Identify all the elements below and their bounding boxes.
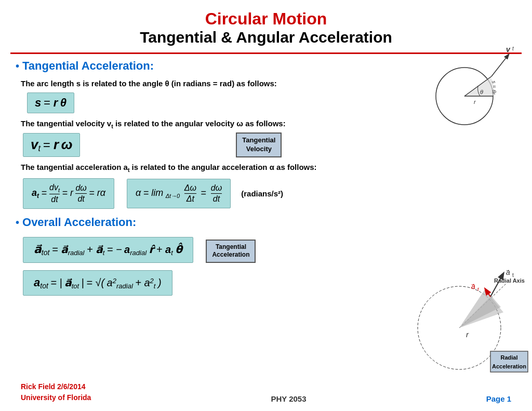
- tangential-velocity-label-line1: Tangential: [242, 136, 275, 145]
- title-circular-motion: Circular Motion: [0, 9, 532, 29]
- accel-formula-row: at = dvt dt = r dω dt = rα α = lim Δt→0: [21, 177, 516, 210]
- footer-course: PHY 2053: [271, 394, 306, 403]
- formula-alpha: α = lim Δt→0 Δω Δt = dω dt: [127, 179, 231, 208]
- units-radians: (radians/s²): [241, 188, 283, 200]
- tangential-accel-text: The tangential acceleration at is relate…: [21, 163, 317, 171]
- footer-university: University of Florida: [21, 392, 91, 403]
- svg-text:Radial Axis: Radial Axis: [494, 277, 525, 284]
- formula-vt-romega: vt = r ω: [23, 133, 80, 157]
- bullet1: •: [16, 60, 19, 72]
- tangential-accel-label-box: Tangential Acceleration: [206, 240, 256, 263]
- tangential-accel-title: Tangential Acceleration:: [22, 59, 154, 73]
- tangential-accel-text-section: The tangential acceleration at is relate…: [21, 162, 516, 175]
- arc-length-text: The arc length s is related to the angle…: [21, 79, 277, 88]
- diagram-circle-vt: s = θr θ r v t: [428, 44, 522, 127]
- svg-text:v: v: [506, 45, 511, 54]
- formula-s-rtheta: s = r θ: [27, 92, 74, 113]
- tangential-velocity-label-line2: Velocity: [242, 145, 275, 154]
- footer-left: Rick Field 2/6/2014 University of Florid…: [21, 381, 91, 403]
- tangential-accel-label-line1: Tangential: [212, 243, 249, 251]
- svg-text:→: →: [470, 281, 475, 287]
- formula-vt-row: vt = r ω Tangential Velocity: [21, 131, 516, 158]
- svg-text:r: r: [474, 99, 476, 105]
- svg-text:→: →: [505, 267, 510, 273]
- svg-text:r: r: [466, 330, 469, 339]
- svg-line-12: [490, 273, 503, 297]
- tangential-velocity-label-box: Tangential Velocity: [236, 132, 282, 157]
- bullet2: •: [16, 217, 19, 229]
- page: { "header": { "title_top": "Circular Mot…: [0, 0, 532, 411]
- section2-header: • Overall Acceleration:: [16, 216, 516, 232]
- footer: Rick Field 2/6/2014 University of Florid…: [0, 381, 532, 403]
- formula-overall1: a⃗tot = a⃗radial + a⃗t = − aradial r̂ + …: [23, 237, 193, 262]
- svg-text:Acceleration: Acceleration: [492, 363, 526, 369]
- svg-text:Radial: Radial: [500, 354, 517, 361]
- title-tangential-angular: Tangential & Angular Acceleration: [0, 29, 532, 46]
- svg-text:θ: θ: [480, 89, 483, 95]
- svg-text:t: t: [512, 46, 514, 51]
- overall-accel-title: Overall Acceleration:: [22, 216, 136, 229]
- formula-at: at = dvt dt = r dω dt = rα: [23, 178, 114, 209]
- footer-author: Rick Field 2/6/2014: [21, 381, 91, 392]
- footer-page: Page 1: [486, 394, 511, 403]
- header: Circular Motion Tangential & Angular Acc…: [0, 0, 532, 50]
- formula-overall2: atot = | a⃗tot | = √( a2radial + a2t ): [23, 270, 172, 296]
- svg-line-6: [491, 55, 509, 76]
- tangential-velocity-text: The tangential velocity vt is related to…: [21, 119, 286, 128]
- diagram-acceleration-vectors: r a → t a → r Radial Axis Radial Acceler…: [410, 260, 529, 380]
- svg-text:s = θr: s = θr: [491, 80, 498, 95]
- tangential-accel-label-line2: Acceleration: [212, 251, 249, 259]
